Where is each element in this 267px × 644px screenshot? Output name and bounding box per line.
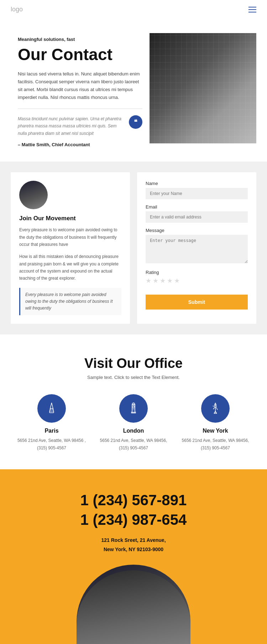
message-label: Message bbox=[146, 228, 248, 233]
newyork-name: New York bbox=[178, 428, 253, 434]
phone-address-line-1: 121 Rock Sreet, 21 Avenue, bbox=[101, 537, 166, 543]
name-label: Name bbox=[146, 181, 248, 186]
newyork-icon bbox=[201, 394, 230, 423]
london-name: London bbox=[96, 428, 171, 434]
svg-line-21 bbox=[216, 408, 218, 410]
join-description-1: Every pleasure is to welcome pain avoide… bbox=[19, 226, 121, 248]
star-5[interactable]: ★ bbox=[174, 277, 180, 285]
office-section: Visit Our Office Sample text. Click to s… bbox=[0, 334, 267, 469]
avatar bbox=[19, 181, 48, 209]
star-1[interactable]: ★ bbox=[146, 277, 151, 285]
rating-label: Rating bbox=[146, 270, 248, 275]
phone-section: 1 (234) 567-891 1 (234) 987-654 121 Rock… bbox=[0, 469, 267, 644]
hero-subtitle: Meaningful solutions, fast bbox=[18, 37, 142, 42]
hamburger-line-2 bbox=[248, 9, 256, 10]
logo: logo bbox=[11, 6, 23, 13]
office-location-paris: Paris 5656 21nd Ave, Seattle, WA 98456 ,… bbox=[14, 394, 89, 452]
hamburger-line-3 bbox=[248, 12, 256, 12]
star-2[interactable]: ★ bbox=[153, 277, 158, 285]
newyork-address: 5656 21nd Ave, Seattle, WA 98456, (315) … bbox=[178, 437, 253, 452]
name-input[interactable] bbox=[146, 188, 248, 199]
london-address: 5656 21nd Ave, Seattle, WA 98456, (315) … bbox=[96, 437, 171, 452]
hamburger-line-1 bbox=[248, 7, 256, 7]
star-3[interactable]: ★ bbox=[160, 277, 166, 285]
phone-number-2: 1 (234) 987-654 bbox=[14, 510, 253, 530]
message-input[interactable] bbox=[146, 235, 248, 263]
building-graphic bbox=[150, 33, 256, 143]
phone-address: 121 Rock Sreet, 21 Avenue, New York, NY … bbox=[14, 536, 253, 554]
hero-right bbox=[150, 33, 256, 143]
office-location-london: London 5656 21nd Ave, Seattle, WA 98456,… bbox=[96, 394, 171, 452]
hero-description: Nisi lacus sed viverra tellus in. Nunc a… bbox=[18, 70, 142, 101]
contact-left-card: Join Our Movement Every pleasure is to w… bbox=[11, 172, 130, 324]
email-label: Email bbox=[146, 204, 248, 210]
hero-quote-text: Massa tincidunt nunc pulvinar sapien. Ur… bbox=[18, 115, 124, 137]
hero-building-image bbox=[150, 33, 256, 143]
email-input[interactable] bbox=[146, 211, 248, 223]
avatar-image bbox=[19, 181, 48, 209]
contact-section: Join Our Movement Every pleasure is to w… bbox=[0, 162, 267, 334]
hamburger-menu[interactable] bbox=[248, 7, 256, 12]
hero-author: – Mattie Smith, Chief Accountant bbox=[18, 142, 142, 147]
email-field-group: Email bbox=[146, 204, 248, 223]
blockquote-box: Every pleasure is to welcome pain avoide… bbox=[19, 288, 121, 316]
svg-marker-0 bbox=[50, 403, 53, 408]
phone-address-line-2: New York, NY 92103-9000 bbox=[104, 547, 163, 552]
london-icon bbox=[119, 394, 148, 423]
office-location-newyork: New York 5656 21nd Ave, Seattle, WA 9845… bbox=[178, 394, 253, 452]
phone-number-1: 1 (234) 567-891 bbox=[14, 491, 253, 510]
message-field-group: Message bbox=[146, 228, 248, 265]
star-4[interactable]: ★ bbox=[167, 277, 173, 285]
blockquote-text: Every pleasure is to welcome pain avoide… bbox=[25, 291, 116, 312]
paris-address: 5656 21nd Ave, Seattle, WA 98456 , (315)… bbox=[14, 437, 89, 452]
paris-icon bbox=[37, 394, 66, 423]
office-subtitle: Sample text. Click to select the Text El… bbox=[14, 375, 253, 380]
rating-group: Rating ★ ★ ★ ★ ★ bbox=[146, 270, 248, 285]
submit-button[interactable]: Submit bbox=[146, 295, 248, 310]
person-image bbox=[77, 565, 190, 644]
paris-name: Paris bbox=[14, 428, 89, 434]
hero-section: Meaningful solutions, fast Our Contact N… bbox=[0, 19, 267, 162]
rating-stars[interactable]: ★ ★ ★ ★ ★ bbox=[146, 277, 248, 285]
svg-line-20 bbox=[213, 408, 214, 409]
quote-icon: ❝ bbox=[129, 115, 142, 129]
svg-line-25 bbox=[213, 406, 214, 406]
join-description-2: How is all this mistaken idea of denounc… bbox=[19, 253, 121, 282]
office-title: Visit Our Office bbox=[14, 356, 253, 371]
office-locations: Paris 5656 21nd Ave, Seattle, WA 98456 ,… bbox=[14, 394, 253, 452]
person-graphic bbox=[77, 570, 190, 644]
join-title: Join Our Movement bbox=[19, 215, 121, 222]
contact-form-card: Name Email Message Rating ★ ★ ★ ★ ★ Subm… bbox=[137, 172, 256, 324]
name-field-group: Name bbox=[146, 181, 248, 199]
hero-title: Our Contact bbox=[18, 46, 142, 64]
hero-left: Meaningful solutions, fast Our Contact N… bbox=[18, 33, 142, 147]
hero-divider bbox=[18, 109, 142, 109]
header: logo bbox=[0, 0, 267, 19]
hero-quote-area: Massa tincidunt nunc pulvinar sapien. Ur… bbox=[18, 115, 142, 137]
